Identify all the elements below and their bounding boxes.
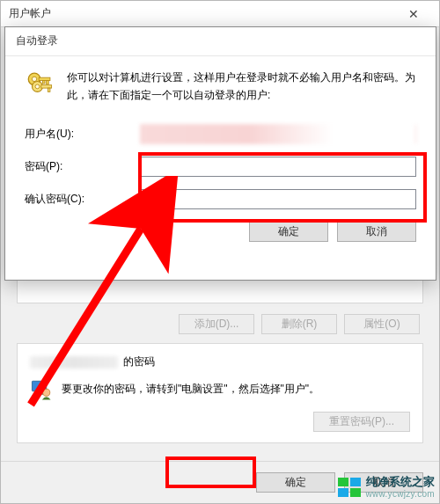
user-list-buttons: 添加(D)... 删除(R) 属性(O) — [17, 303, 423, 343]
add-button[interactable]: 添加(D)... — [179, 314, 254, 334]
password-row: 密码(P): — [25, 157, 416, 177]
confirm-label: 确认密码(C): — [25, 192, 139, 207]
svg-rect-8 — [42, 81, 45, 84]
redacted-username — [30, 356, 118, 369]
password-section-body: 要更改你的密码，请转到"电脑设置"，然后选择"用户"。 — [30, 378, 410, 401]
svg-rect-6 — [39, 77, 50, 80]
outer-ok-button[interactable]: 确定 — [256, 472, 335, 493]
auto-login-dialog: 自动登录 你可以对计算机进行设置，这样用户在登录时就不必输入用户名和密码。为此，… — [4, 26, 436, 281]
inner-cancel-button[interactable]: 取消 — [337, 222, 416, 242]
svg-point-5 — [32, 77, 36, 81]
properties-button[interactable]: 属性(O) — [344, 314, 420, 334]
watermark-line2: www.ycwjzy.com — [366, 489, 435, 500]
intro-text: 你可以对计算机进行设置，这样用户在登录时就不必输入用户名和密码。为此，请在下面指… — [67, 69, 416, 105]
svg-rect-11 — [41, 85, 52, 88]
user-monitor-icon — [30, 378, 53, 401]
watermark-logo-icon — [338, 478, 361, 497]
close-icon[interactable]: ✕ — [396, 7, 431, 21]
svg-rect-12 — [48, 88, 50, 91]
username-value-redacted — [139, 124, 416, 144]
password-title-suffix: 的密码 — [123, 354, 155, 369]
outer-window-title: 用户帐户 — [9, 6, 51, 21]
password-section-title: 的密码 — [30, 354, 410, 369]
svg-rect-1 — [37, 391, 41, 393]
intro-row: 你可以对计算机进行设置，这样用户在登录时就不必输入用户名和密码。为此，请在下面指… — [25, 69, 416, 105]
keys-icon — [25, 69, 55, 99]
inner-dialog-body: 你可以对计算机进行设置，这样用户在登录时就不必输入用户名和密码。为此，请在下面指… — [5, 56, 436, 252]
watermark-text: 纯净系统之家 www.ycwjzy.com — [366, 476, 435, 499]
svg-rect-7 — [47, 81, 49, 84]
svg-point-10 — [35, 84, 40, 89]
password-label: 密码(P): — [25, 159, 139, 174]
inner-dialog-buttons: 确定 取消 — [25, 222, 416, 242]
username-row: 用户名(U): — [25, 124, 416, 144]
svg-point-3 — [43, 389, 50, 396]
password-hint-text: 要更改你的密码，请转到"电脑设置"，然后选择"用户"。 — [62, 380, 319, 399]
confirm-password-input[interactable] — [139, 189, 416, 209]
username-label: 用户名(U): — [25, 127, 139, 142]
remove-button[interactable]: 删除(R) — [261, 314, 337, 334]
password-input[interactable] — [139, 157, 416, 177]
reset-password-button[interactable]: 重置密码(P)... — [313, 412, 410, 432]
confirm-row: 确认密码(C): — [25, 189, 416, 209]
outer-titlebar: 用户帐户 ✕ — [1, 1, 439, 27]
inner-ok-button[interactable]: 确定 — [249, 222, 328, 242]
password-section: 的密码 要更改你的密码，请转到"电脑设置"，然后选择"用户"。 重置密码(P).… — [17, 343, 423, 443]
watermark: 纯净系统之家 www.ycwjzy.com — [338, 476, 435, 499]
svg-rect-2 — [35, 393, 44, 395]
watermark-line1: 纯净系统之家 — [366, 476, 435, 489]
inner-dialog-title: 自动登录 — [5, 27, 436, 56]
